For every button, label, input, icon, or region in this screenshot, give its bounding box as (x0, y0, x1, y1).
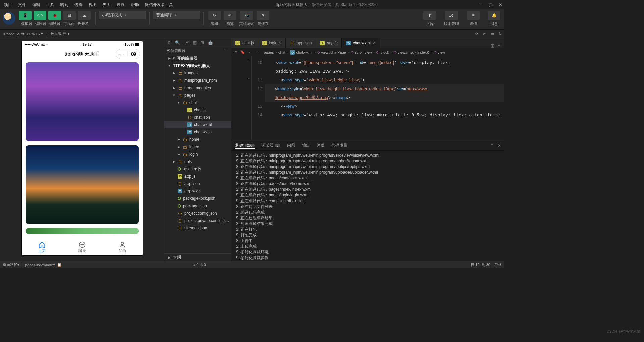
tree-file[interactable]: package-lock.json (164, 195, 231, 202)
debugger-button[interactable]: 🐞 (48, 11, 61, 20)
cloud-button[interactable]: ☁ (78, 11, 91, 20)
search-icon[interactable]: 🔍 (175, 40, 180, 45)
branch-icon[interactable]: ⎇ (184, 40, 189, 45)
breadcrumb-item[interactable]: chat.wxml (290, 50, 317, 55)
menu-item[interactable]: 转到 (58, 1, 70, 9)
menu-item[interactable]: 项目 (2, 1, 14, 9)
tree-folder[interactable]: ▼chat (164, 99, 231, 106)
menu-item[interactable]: 编辑 (30, 1, 42, 9)
indentation[interactable]: 空格 (494, 262, 502, 267)
open-editors-section[interactable]: ▶打开的编辑器 (164, 55, 231, 62)
tree-file[interactable]: app.wxss (164, 187, 231, 195)
bookmark-icon[interactable]: 🔖 (240, 50, 245, 54)
page-path[interactable]: pages/index/index (25, 263, 55, 267)
tree-file[interactable]: project.private.config.js... (164, 217, 231, 224)
problem-count[interactable]: ⊘ 0 ⚠ 0 (192, 263, 206, 267)
close-panel-icon[interactable]: ✕ (498, 143, 501, 148)
menu-item[interactable]: 工具 (44, 1, 56, 9)
compile-button[interactable]: ⟳ (208, 11, 221, 20)
tree-folder[interactable]: ▶home (164, 136, 231, 143)
hotreload-toggle[interactable]: 热重载 开▾ (47, 31, 73, 36)
feed-image[interactable] (26, 228, 139, 234)
panel-tab[interactable]: 输出 (301, 142, 311, 148)
tree-folder[interactable]: ▶miniprogram_npm (164, 77, 231, 84)
tree-file[interactable]: app.js (164, 173, 231, 180)
editor-tab[interactable]: chat.js (231, 38, 258, 48)
tree-folder[interactable]: ▶utils (164, 158, 231, 165)
breadcrumb-item[interactable]: ◇ block (376, 50, 393, 55)
upload-button[interactable]: ⬆ (423, 11, 436, 20)
menu-item[interactable]: 文件 (16, 1, 28, 9)
capsule-menu-icon[interactable]: ⋯ (116, 51, 128, 57)
menu-item[interactable]: 帮助 (129, 1, 141, 9)
menu-item[interactable]: 界面 (101, 1, 113, 9)
maximize-icon[interactable]: ▢ (489, 2, 493, 7)
editor-tab[interactable]: app.js (316, 38, 342, 48)
editor-tab[interactable]: login.js (258, 38, 286, 48)
tree-folder[interactable]: ▼pages (164, 92, 231, 99)
tree-folder[interactable]: ▶node_modules (164, 84, 231, 92)
rotate-icon[interactable]: ↻ (499, 32, 502, 36)
minimize-icon[interactable]: — (478, 2, 483, 7)
tree-file[interactable]: chat.wxss (164, 128, 231, 136)
simulator-button[interactable]: 📱 (19, 11, 32, 20)
menu-item[interactable]: 视图 (87, 1, 99, 9)
menu-item[interactable]: 微信开发者工具 (143, 1, 175, 9)
editor-tab[interactable]: chat.wxml✕ (342, 38, 380, 48)
list-icon[interactable]: ≡ (235, 50, 237, 54)
code-editor[interactable]: ⌄ ⌄ 10 1112 1314 <view wx:if='{{item.spe… (231, 56, 504, 140)
grid-icon[interactable]: ▦ (193, 40, 197, 45)
breadcrumb-item[interactable]: pages (264, 50, 278, 55)
more-icon[interactable]: ⋯ (225, 48, 228, 53)
tree-folder[interactable]: ▶index (164, 143, 231, 151)
breadcrumb-item[interactable]: chat (278, 50, 289, 55)
tree-file[interactable]: package.json (164, 202, 231, 210)
cut-icon[interactable]: ✂ (483, 32, 486, 36)
feed-image[interactable] (26, 145, 139, 224)
split-icon[interactable]: ◫ (491, 43, 494, 48)
tree-file[interactable]: sitemap.json (164, 224, 231, 232)
detail-button[interactable]: ≡ (467, 11, 480, 20)
tabbar-item[interactable]: 聊天 (62, 239, 102, 255)
breadcrumb-item[interactable]: ◇ view (434, 50, 448, 55)
tree-file[interactable]: app.json (164, 180, 231, 187)
mode-select[interactable]: 小程序模式 (99, 11, 146, 19)
collapse-icon[interactable]: ⌃ (490, 143, 494, 148)
panel-tab[interactable]: 终端 (316, 142, 325, 148)
visual-button[interactable]: ▦ (63, 11, 76, 20)
close-icon[interactable]: ✕ (499, 2, 502, 7)
forward-icon[interactable]: → (255, 50, 259, 54)
project-root[interactable]: ▼TTPFX的聊天机器人 (164, 62, 231, 69)
tree-file[interactable]: project.config.json (164, 210, 231, 217)
capsule-close-icon[interactable] (128, 52, 140, 56)
panel-tab[interactable]: 构建 200 (235, 142, 255, 149)
version-button[interactable]: ⎇ (445, 11, 458, 20)
more-icon[interactable]: ⋯ (498, 43, 502, 48)
preview-button[interactable]: 👁 (224, 11, 236, 20)
message-button[interactable]: 🔔 (488, 11, 500, 20)
editor-button[interactable]: </> (34, 11, 46, 20)
tree-file[interactable]: chat.wxml (164, 121, 231, 128)
device-icon[interactable]: ▭ (491, 32, 494, 36)
robot-icon[interactable]: 🤖 (208, 40, 213, 45)
tree-folder[interactable]: ▶images (164, 69, 231, 77)
panel-tab[interactable]: 代码质量 (331, 142, 348, 148)
clear-cache-button[interactable]: ≋ (257, 11, 269, 20)
breadcrumb-item[interactable]: ◇ view#msg-{{index}} (394, 50, 433, 55)
menu-item[interactable]: 选择 (72, 1, 85, 9)
user-avatar[interactable] (3, 12, 15, 25)
outline-section[interactable]: ▶大纲 (164, 253, 231, 261)
tabbar-item[interactable]: 主页 (22, 239, 62, 255)
menu-item[interactable]: 设置 (115, 1, 127, 9)
breadcrumb-item[interactable]: ◇ scroll-view (351, 50, 376, 55)
tree-folder[interactable]: ▶login (164, 151, 231, 158)
compile-select[interactable]: 普通编译 (153, 11, 200, 19)
breadcrumb-item[interactable]: ◇ view#chatPage (317, 50, 350, 55)
tree-file[interactable]: chat.json (164, 114, 231, 121)
cursor-position[interactable]: 行 12, 列 30 (471, 262, 490, 267)
tree-file[interactable]: chat.js (164, 106, 231, 114)
device-select[interactable]: iPhone 6/7/8 100% 16▾ (0, 32, 46, 36)
editor-tab[interactable]: app.json (286, 38, 316, 48)
refresh-icon[interactable]: ⟳ (475, 32, 478, 36)
explorer-icon[interactable]: 🗎 (167, 40, 171, 45)
